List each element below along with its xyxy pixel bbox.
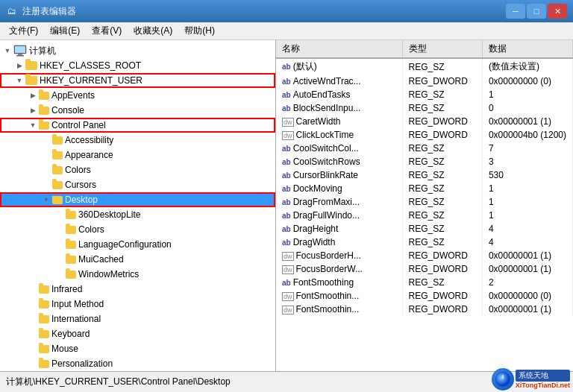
maximize-button[interactable]: □ <box>527 4 546 19</box>
menu-favorites[interactable]: 收藏夹(A) <box>128 23 178 39</box>
folder-icon-muicached <box>66 256 76 264</box>
tree-label-360desktoplite: 360DesktopLite <box>78 209 140 220</box>
tree-node-colors-sub[interactable]: ▶ Colors <box>0 162 275 177</box>
tree-node-accessibility[interactable]: ▶ Accessibility <box>0 133 275 148</box>
folder-icon-windowmetrics <box>66 271 76 279</box>
table-row[interactable]: abDragFullWindo...REG_SZ1 <box>276 209 573 222</box>
window-title: 注册表编辑器 <box>22 5 506 18</box>
app-icon: 🗂 <box>6 5 18 17</box>
tree-node-languageconfiguration[interactable]: ▶ LanguageConfiguration <box>0 237 275 252</box>
tree-node-control-panel[interactable]: ▼ Control Panel <box>0 118 275 133</box>
menu-edit[interactable]: 编辑(E) <box>44 23 86 39</box>
tree-label-colors-desktop: Colors <box>78 224 104 235</box>
logo-icon <box>492 368 514 391</box>
tree-label-cursors: Cursors <box>65 180 96 190</box>
tree-node-desktop[interactable]: ▼ Desktop <box>0 192 275 207</box>
expander-classes-root: ▶ <box>13 60 25 72</box>
menu-view[interactable]: 查看(V) <box>86 23 128 39</box>
right-panel: 名称 类型 数据 ab(默认)REG_SZ(数值未设置)abActiveWndT… <box>276 40 573 371</box>
cell-type: REG_SZ <box>402 101 482 115</box>
cell-name: dwCaretWidth <box>276 115 402 128</box>
tree-label-accessibility: Accessibility <box>65 135 113 145</box>
tree-node-appearance[interactable]: ▶ Appearance <box>0 148 275 162</box>
svg-rect-2 <box>18 54 22 55</box>
folder-icon-colors-sub <box>52 166 63 174</box>
tree-node-personalization[interactable]: ▶ Personalization <box>0 356 275 371</box>
tree-node-360desktoplite[interactable]: ▶ 360DesktopLite <box>0 207 275 222</box>
table-row[interactable]: dwFocusBorderH...REG_DWORD0x00000001 (1) <box>276 249 573 262</box>
folder-icon-languageconfiguration <box>66 241 76 249</box>
tree-node-appevents[interactable]: ▶ AppEvents <box>0 88 275 103</box>
folder-icon-control-panel <box>39 121 49 130</box>
type-icon: ab <box>282 157 293 167</box>
menu-bar: 文件(F) 编辑(E) 查看(V) 收藏夹(A) 帮助(H) <box>0 22 573 40</box>
tree-node-computer[interactable]: ▼ 计算机 <box>0 43 275 58</box>
cell-type: REG_DWORD <box>402 249 482 262</box>
tree-label-infrared: Infrared <box>51 284 82 294</box>
tree-node-windowmetrics[interactable]: ▶ WindowMetrics <box>0 267 275 282</box>
close-button[interactable]: ✕ <box>548 4 567 19</box>
type-icon: ab <box>282 237 293 247</box>
table-row[interactable]: dwFocusBorderW...REG_DWORD0x00000001 (1) <box>276 262 573 276</box>
cell-data: (数值未设置) <box>482 58 572 75</box>
tree-label-current-user: HKEY_CURRENT_USER <box>40 75 143 86</box>
tree-node-console[interactable]: ▶ Console <box>0 103 275 118</box>
folder-icon-current-user <box>25 76 37 85</box>
tree-node-hkey-classes-root[interactable]: ▶ HKEY_CLASSES_ROOT <box>0 58 275 73</box>
tree-node-cursors[interactable]: ▶ Cursors <box>0 177 275 192</box>
table-row[interactable]: abAutoEndTasksREG_SZ1 <box>276 88 573 101</box>
col-header-data[interactable]: 数据 <box>482 40 572 58</box>
menu-help[interactable]: 帮助(H) <box>178 23 221 39</box>
table-row[interactable]: dwFontSmoothin...REG_DWORD0x00000000 (0) <box>276 289 573 303</box>
table-row[interactable]: ab(默认)REG_SZ(数值未设置) <box>276 58 573 75</box>
table-row[interactable]: dwCaretWidthREG_DWORD0x00000001 (1) <box>276 115 573 128</box>
tree-node-keyboard[interactable]: ▶ Keyboard <box>0 326 275 341</box>
col-header-name[interactable]: 名称 <box>276 40 402 58</box>
cell-data: 1 <box>482 195 572 209</box>
tree-node-international[interactable]: ▶ International <box>0 312 275 326</box>
tree-node-muicached[interactable]: ▶ MuiCached <box>0 252 275 267</box>
tree-label-control-panel: Control Panel <box>51 120 106 130</box>
cell-data: 0x00000000 (0) <box>482 75 572 88</box>
table-row[interactable]: abCoolSwitchCol...REG_SZ7 <box>276 142 573 155</box>
folder-icon-personalization <box>39 360 49 368</box>
table-row[interactable]: abActiveWndTrac...REG_DWORD0x00000000 (0… <box>276 75 573 88</box>
minimize-button[interactable]: ─ <box>506 4 525 19</box>
tree-node-mouse[interactable]: ▶ Mouse <box>0 341 275 356</box>
cell-type: REG_DWORD <box>402 262 482 276</box>
tree-label-windowmetrics: WindowMetrics <box>78 269 139 279</box>
tree-node-colors-desktop[interactable]: ▶ Colors <box>0 222 275 237</box>
table-row[interactable]: abCoolSwitchRowsREG_SZ3 <box>276 155 573 168</box>
logo-box-text: 系统天地 <box>516 370 570 382</box>
col-header-type[interactable]: 类型 <box>402 40 482 58</box>
cell-data: 0x000004b0 (1200) <box>482 128 572 142</box>
cell-type: REG_SZ <box>402 168 482 182</box>
logo-url-text: XiTongTianDi.net <box>516 382 570 389</box>
table-row[interactable]: dwClickLockTimeREG_DWORD0x000004b0 (1200… <box>276 128 573 142</box>
cell-data: 4 <box>482 222 572 235</box>
cell-name: abBlockSendInpu... <box>276 101 402 115</box>
table-row[interactable]: abDockMovingREG_SZ1 <box>276 182 573 195</box>
cell-name: abDockMoving <box>276 182 402 195</box>
table-row[interactable]: abDragHeightREG_SZ4 <box>276 222 573 235</box>
type-icon: ab <box>282 103 293 113</box>
tree-node-hkey-current-user[interactable]: ▼ HKEY_CURRENT_USER <box>0 73 275 88</box>
table-row[interactable]: abFontSmoothingREG_SZ2 <box>276 276 573 289</box>
table-row[interactable]: abDragWidthREG_SZ4 <box>276 235 573 249</box>
tree-node-infrared[interactable]: ▶ Infrared <box>0 282 275 297</box>
type-icon: dw <box>282 130 296 140</box>
folder-icon-appearance <box>52 151 63 159</box>
table-row[interactable]: abBlockSendInpu...REG_SZ0 <box>276 101 573 115</box>
tree-panel[interactable]: ▼ 计算机 ▶ HKEY_CLASSES_ROOT ▼ HKEY_CURRENT… <box>0 40 276 371</box>
tree-node-input-method[interactable]: ▶ Input Method <box>0 297 275 312</box>
table-row[interactable]: abCursorBlinkRateREG_SZ530 <box>276 168 573 182</box>
tree-label-console: Console <box>51 105 84 116</box>
menu-file[interactable]: 文件(F) <box>3 23 44 39</box>
cell-data: 0x00000000 (0) <box>482 289 572 303</box>
cell-type: REG_DWORD <box>402 303 482 316</box>
folder-icon-cursors <box>52 181 63 189</box>
table-row[interactable]: dwFontSmoothin...REG_DWORD0x00000001 (1) <box>276 303 573 316</box>
table-row[interactable]: abDragFromMaxi...REG_SZ1 <box>276 195 573 209</box>
cell-type: REG_SZ <box>402 209 482 222</box>
registry-table: 名称 类型 数据 ab(默认)REG_SZ(数值未设置)abActiveWndT… <box>276 40 573 316</box>
